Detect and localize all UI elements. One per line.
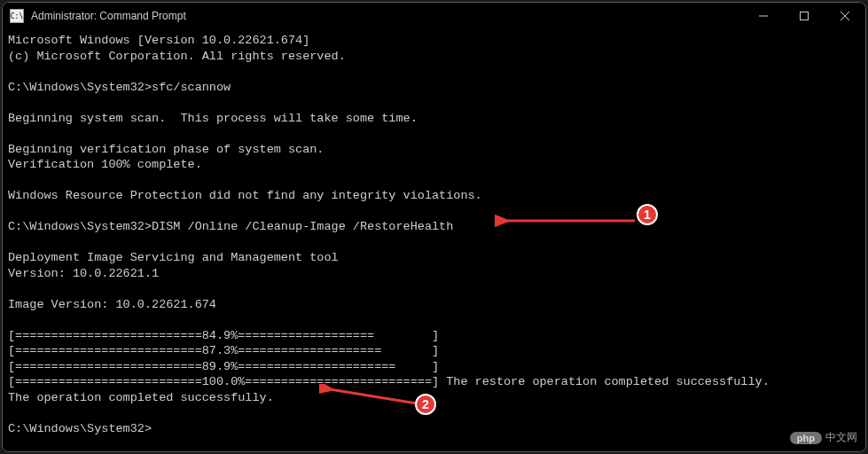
close-button[interactable]: [825, 3, 865, 29]
svg-rect-1: [801, 12, 809, 20]
app-icon: C:\: [10, 9, 24, 23]
watermark-text: 中文网: [825, 430, 857, 445]
minimize-button[interactable]: [743, 3, 784, 29]
titlebar[interactable]: C:\ Administrator: Command Prompt: [3, 3, 865, 29]
maximize-button[interactable]: [784, 3, 825, 29]
annotation-arrow-1: [495, 213, 641, 231]
watermark-pill: php: [790, 432, 822, 444]
annotation-arrow-2: [319, 384, 426, 411]
svg-line-7: [330, 389, 417, 403]
window-title: Administrator: Command Prompt: [31, 10, 743, 22]
terminal-output[interactable]: Microsoft Windows [Version 10.0.22621.67…: [3, 29, 865, 451]
window-controls: [743, 3, 865, 29]
watermark: php 中文网: [790, 430, 857, 445]
command-prompt-window: C:\ Administrator: Command Prompt Micros…: [2, 2, 866, 452]
